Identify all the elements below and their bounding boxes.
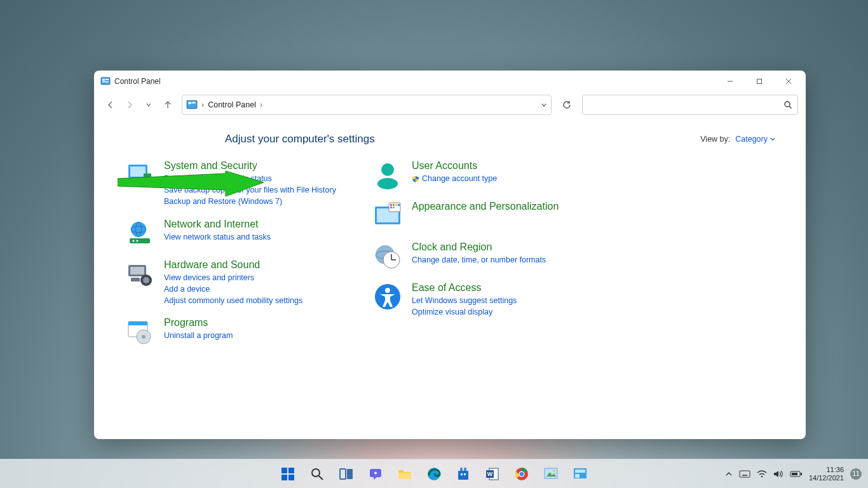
- network-icon: [125, 218, 155, 248]
- category-link[interactable]: Add a device: [164, 283, 302, 295]
- chevron-down-icon[interactable]: [541, 102, 547, 108]
- category-link[interactable]: Uninstall a program: [164, 330, 233, 341]
- svg-point-81: [761, 475, 763, 477]
- category-title[interactable]: Programs: [164, 316, 233, 329]
- svg-point-24: [143, 277, 149, 283]
- search-icon[interactable]: [783, 100, 792, 109]
- task-view-button[interactable]: [334, 461, 359, 487]
- page-title: Adjust your computer's settings: [225, 133, 375, 146]
- view-by-dropdown[interactable]: Category: [735, 135, 775, 144]
- maximize-button[interactable]: [745, 71, 774, 92]
- wifi-icon[interactable]: [757, 470, 767, 478]
- svg-rect-37: [395, 204, 397, 206]
- category-hardware-and-sound: Hardware and Sound View devices and prin…: [125, 259, 347, 307]
- back-button[interactable]: [102, 96, 119, 114]
- word-button[interactable]: W: [480, 461, 505, 487]
- svg-point-31: [377, 178, 398, 189]
- view-by: View by: Category: [700, 135, 775, 144]
- clock-icon: [372, 241, 403, 271]
- svg-rect-35: [390, 204, 392, 206]
- chat-button[interactable]: [363, 461, 388, 487]
- svg-rect-2: [105, 79, 109, 80]
- category-title[interactable]: Clock and Region: [412, 241, 546, 253]
- category-link[interactable]: Backup and Restore (Windows 7): [164, 196, 336, 207]
- category-link[interactable]: Review your computer's status: [164, 173, 336, 184]
- category-link[interactable]: View network status and tasks: [164, 231, 271, 243]
- svg-rect-63: [464, 473, 466, 475]
- category-user-accounts: User Accounts Change account type: [372, 159, 582, 190]
- category-link[interactable]: Change account type: [412, 173, 497, 184]
- svg-rect-49: [281, 468, 287, 473]
- category-column-left: System and Security Review your computer…: [125, 159, 347, 357]
- app-icon[interactable]: [567, 461, 593, 487]
- system-tray[interactable]: [725, 470, 803, 478]
- taskbar[interactable]: W 11:36 14/12/2021 11: [0, 459, 868, 488]
- address-bar[interactable]: › Control Panel ›: [182, 95, 552, 115]
- minimize-button[interactable]: [715, 71, 745, 92]
- edge-button[interactable]: [421, 461, 447, 487]
- svg-point-19: [133, 240, 135, 241]
- up-button[interactable]: [159, 96, 177, 114]
- category-link[interactable]: Let Windows suggest settings: [412, 295, 517, 306]
- svg-rect-14: [130, 166, 146, 177]
- battery-icon[interactable]: [790, 470, 803, 478]
- category-link[interactable]: Change date, time, or number formats: [412, 254, 546, 266]
- category-title[interactable]: Appearance and Personalization: [412, 200, 559, 212]
- svg-rect-8: [187, 100, 197, 108]
- refresh-button[interactable]: [557, 95, 577, 115]
- category-title[interactable]: Ease of Access: [412, 281, 517, 294]
- store-button[interactable]: [451, 461, 476, 487]
- category-title[interactable]: Network and Internet: [164, 218, 271, 230]
- svg-point-53: [312, 469, 320, 477]
- recent-locations-button[interactable]: [140, 96, 158, 114]
- chevron-up-icon[interactable]: [725, 470, 733, 478]
- breadcrumb-item[interactable]: Control Panel: [208, 100, 256, 109]
- system-security-icon: [125, 159, 155, 190]
- uac-shield-icon: [412, 175, 419, 183]
- category-link[interactable]: Optimize visual display: [412, 306, 517, 318]
- category-link[interactable]: Adjust commonly used mobility settings: [164, 295, 302, 306]
- category-title[interactable]: Hardware and Sound: [164, 259, 302, 271]
- svg-rect-74: [575, 470, 585, 473]
- svg-point-16: [131, 222, 146, 237]
- taskbar-right: 11:36 14/12/2021 11: [725, 466, 868, 482]
- taskbar-center: W: [275, 461, 593, 487]
- close-button[interactable]: [774, 71, 803, 92]
- volume-icon[interactable]: [773, 470, 783, 478]
- titlebar[interactable]: Control Panel: [94, 71, 806, 92]
- category-title[interactable]: User Accounts: [412, 159, 497, 172]
- svg-point-20: [137, 240, 139, 241]
- start-button[interactable]: [275, 461, 301, 487]
- svg-rect-52: [288, 475, 294, 480]
- svg-rect-0: [101, 78, 110, 85]
- svg-rect-62: [461, 473, 463, 475]
- window-controls: [715, 71, 803, 92]
- taskbar-clock[interactable]: 11:36 14/12/2021: [809, 466, 844, 482]
- svg-point-72: [553, 470, 555, 472]
- search-button[interactable]: [304, 461, 330, 487]
- view-by-value: Category: [735, 135, 768, 144]
- category-clock-and-region: Clock and Region Change date, time, or n…: [372, 241, 582, 271]
- svg-rect-5: [757, 79, 762, 84]
- app-icon[interactable]: [538, 461, 564, 487]
- search-input[interactable]: [588, 100, 783, 109]
- category-column-right: User Accounts Change account type Appear: [372, 159, 582, 357]
- svg-rect-84: [801, 473, 802, 475]
- chrome-button[interactable]: [509, 461, 534, 487]
- keyboard-icon[interactable]: [739, 470, 750, 478]
- chevron-right-icon[interactable]: ›: [259, 100, 264, 109]
- category-title[interactable]: System and Security: [164, 159, 336, 172]
- chevron-right-icon[interactable]: ›: [200, 100, 205, 109]
- category-link[interactable]: View devices and printers: [164, 272, 302, 283]
- category-programs: Programs Uninstall a program: [125, 316, 347, 347]
- taskbar-date: 14/12/2021: [809, 474, 844, 482]
- svg-marker-82: [774, 471, 778, 477]
- category-link[interactable]: Save backup copies of your files with Fi…: [164, 184, 336, 196]
- forward-button[interactable]: [121, 96, 139, 114]
- svg-rect-75: [575, 474, 580, 478]
- file-explorer-button[interactable]: [392, 461, 417, 487]
- control-panel-window: Control Panel › Control Panel ›: [94, 71, 806, 439]
- search-box[interactable]: [582, 95, 798, 115]
- svg-rect-22: [130, 267, 144, 274]
- notification-badge[interactable]: 11: [850, 468, 862, 480]
